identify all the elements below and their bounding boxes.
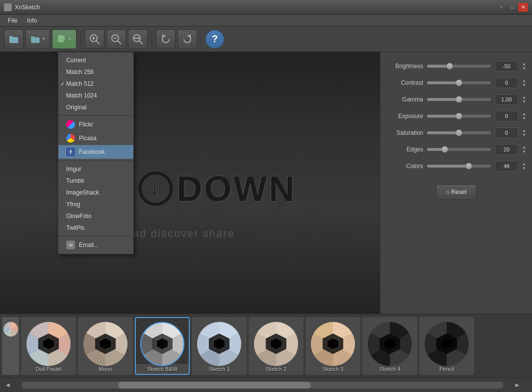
colors-spinner[interactable]: ▲ ▼	[522, 162, 526, 171]
brightness-spinner[interactable]: ▲ ▼	[522, 62, 526, 71]
menu-info[interactable]: Info	[23, 16, 41, 25]
dd-tumblr[interactable]: Tumblr	[58, 175, 133, 187]
film-item-sketch-bw[interactable]: Sketch B&W	[135, 317, 190, 375]
exposure-track[interactable]	[427, 115, 491, 118]
bottom-scrollbar: ◀ ▶ ⠿	[0, 377, 532, 392]
colors-track[interactable]	[427, 165, 491, 168]
contrast-thumb[interactable]	[456, 79, 462, 86]
open-icon	[8, 34, 19, 45]
gamma-down[interactable]: ▼	[522, 100, 526, 104]
hex-inner-pencil	[441, 339, 452, 349]
cw-sketch-bw	[140, 322, 184, 366]
contrast-down[interactable]: ▼	[522, 83, 526, 87]
saturation-track[interactable]	[427, 131, 491, 134]
saturation-down[interactable]: ▼	[522, 133, 526, 137]
cw-sketch4	[368, 322, 412, 366]
reset-button[interactable]: ⌂ Reset	[436, 184, 477, 200]
rotate-right-button[interactable]	[177, 29, 197, 49]
rotate-right-icon	[181, 33, 193, 45]
menu-file[interactable]: File	[4, 16, 21, 25]
dd-match512[interactable]: Match 512	[58, 78, 133, 90]
zoom-fit-button[interactable]	[128, 29, 148, 49]
contrast-value[interactable]: 0	[495, 77, 518, 88]
edges-up[interactable]: ▲	[522, 146, 526, 149]
exposure-spinner[interactable]: ▲ ▼	[522, 112, 526, 121]
exposure-thumb[interactable]	[456, 113, 462, 120]
gamma-spinner[interactable]: ▲ ▼	[522, 96, 526, 104]
filmstrip[interactable]: Dull Pastel Mono Sketch B&W Sketch 1	[0, 314, 532, 377]
open-folder-button[interactable]: ▼	[25, 29, 50, 49]
dd-imageshack[interactable]: ImageShack	[58, 187, 133, 198]
brightness-track[interactable]	[427, 65, 491, 68]
contrast-up[interactable]: ▲	[522, 79, 526, 83]
flickr-icon	[66, 120, 75, 129]
dd-picasa[interactable]: Picasa	[58, 131, 133, 145]
film-item-sketch3[interactable]: Sketch 3	[305, 317, 360, 375]
contrast-spinner[interactable]: ▲ ▼	[522, 79, 526, 87]
film-item-pencil[interactable]: Pencil	[419, 317, 474, 375]
edges-spinner[interactable]: ▲ ▼	[522, 146, 526, 154]
dd-match256[interactable]: Match 256	[58, 66, 133, 78]
edges-thumb[interactable]	[441, 146, 448, 153]
scrollbar-thumb[interactable]	[118, 382, 311, 389]
film-label-sketch1: Sketch 1	[193, 366, 246, 372]
colors-thumb[interactable]	[465, 163, 472, 170]
colors-down[interactable]: ▼	[522, 167, 526, 171]
contrast-track[interactable]	[427, 81, 491, 84]
exposure-row: Exposure 0 ▲ ▼	[386, 110, 526, 122]
saturation-thumb[interactable]	[456, 129, 462, 136]
dd-glowfoto[interactable]: GlowFoto	[58, 210, 133, 222]
brightness-down[interactable]: ▼	[522, 67, 526, 71]
dd-twitpic[interactable]: TwitPic	[58, 222, 133, 234]
film-item-sketch4[interactable]: Sketch 4	[362, 317, 417, 375]
gamma-up[interactable]: ▲	[522, 96, 526, 99]
film-item-dull-pastel[interactable]: Dull Pastel	[21, 317, 76, 375]
exposure-value[interactable]: 0	[495, 111, 518, 122]
saturation-value[interactable]: 0	[495, 127, 518, 138]
saturation-spinner[interactable]: ▲ ▼	[522, 129, 526, 137]
dd-email[interactable]: ✉ Email...	[58, 238, 133, 252]
dd-original[interactable]: Original	[58, 101, 133, 113]
dd-yfrog[interactable]: Yfrog	[58, 198, 133, 210]
brightness-thumb[interactable]	[446, 63, 453, 70]
exposure-down[interactable]: ▼	[522, 117, 526, 121]
zoom-out-button[interactable]	[106, 29, 126, 49]
dd-facebook[interactable]: f Facebook	[58, 145, 133, 159]
colors-value[interactable]: 48	[495, 161, 518, 172]
dd-flickr[interactable]: Flickr	[58, 118, 133, 131]
scroll-right-button[interactable]: ▶	[513, 381, 521, 389]
down-arrow-circle: ↓	[138, 172, 173, 206]
brightness-value[interactable]: -50	[495, 61, 518, 72]
dd-current[interactable]: Current	[58, 54, 133, 66]
minimize-button[interactable]: −	[497, 3, 507, 12]
film-item-sketch2[interactable]: Sketch 2	[249, 317, 304, 375]
edges-track[interactable]	[427, 148, 491, 151]
gamma-thumb[interactable]	[456, 96, 462, 103]
separator-2	[152, 30, 152, 48]
film-item-mono[interactable]: Mono	[78, 317, 133, 375]
colors-up[interactable]: ▲	[522, 162, 526, 166]
exposure-label: Exposure	[386, 113, 423, 120]
gamma-track[interactable]	[427, 98, 491, 101]
film-item-partial[interactable]	[2, 317, 19, 375]
help-button[interactable]: ?	[205, 30, 224, 49]
close-button[interactable]: ✕	[518, 3, 528, 12]
zoom-in-button[interactable]	[85, 29, 104, 49]
edges-value[interactable]: 20	[495, 144, 518, 155]
exposure-up[interactable]: ▲	[522, 112, 526, 116]
rotate-left-button[interactable]	[156, 29, 176, 49]
saturation-up[interactable]: ▲	[522, 129, 526, 133]
film-label-sketch3: Sketch 3	[306, 366, 359, 372]
app-icon	[4, 3, 12, 11]
scrollbar-track[interactable]	[22, 382, 504, 389]
open-button[interactable]	[4, 29, 24, 49]
gamma-value[interactable]: 1,00	[495, 94, 518, 105]
dd-match1024[interactable]: Match 1024	[58, 90, 133, 101]
scroll-left-button[interactable]: ◀	[4, 381, 12, 389]
dd-imgur[interactable]: Imgur	[58, 163, 133, 175]
export-button[interactable]: ▼	[52, 29, 76, 49]
edges-down[interactable]: ▼	[522, 150, 526, 154]
film-item-sketch1[interactable]: Sketch 1	[192, 317, 247, 375]
maximize-button[interactable]: □	[507, 3, 517, 12]
brightness-up[interactable]: ▲	[522, 62, 526, 66]
